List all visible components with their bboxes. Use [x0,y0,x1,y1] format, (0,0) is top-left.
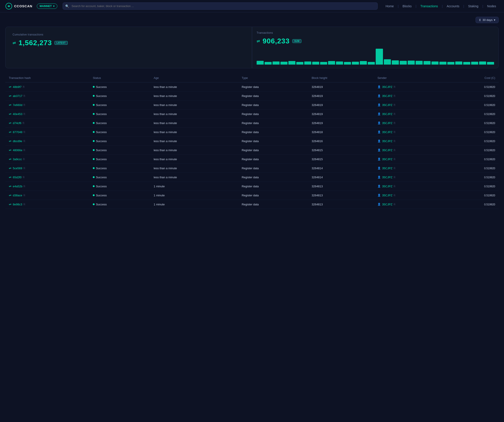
status-cell: Success [89,83,150,91]
copy-icon[interactable]: ⎘ [23,158,25,161]
copy-icon[interactable]: ⎘ [24,112,25,115]
block-cell: 3264818 [308,128,374,137]
sender-link[interactable]: 35CJPZ [382,103,392,107]
sender-link[interactable]: 35CJPZ [382,185,392,188]
sender-cell: 👤 35CJPZ ⎘ [374,182,446,191]
sender-link[interactable]: 35CJPZ [382,85,392,89]
user-icon: 👤 [378,112,381,115]
tx-arrow-icon: ⇌ [9,193,12,197]
copy-icon[interactable]: ⎘ [23,176,24,179]
copy-icon[interactable]: ⎘ [24,103,25,107]
copy-sender-icon[interactable]: ⎘ [394,158,395,161]
sender-link[interactable]: 35CJPZ [382,94,392,98]
copy-sender-icon[interactable]: ⎘ [394,139,395,143]
sender-link[interactable]: 35CJPZ [382,176,392,179]
chart-header: Transactions ⇌ 906,233 SUM [257,31,494,45]
nav-home[interactable]: Home [383,4,396,9]
network-button[interactable]: MAINNET ▾ [37,4,57,9]
copy-icon[interactable]: ⎘ [24,94,25,97]
tx-hash-link[interactable]: 65d2f0 [13,176,22,179]
copy-icon[interactable]: ⎘ [24,185,25,188]
sender-link[interactable]: 35CJPZ [382,149,392,152]
tx-hash-link[interactable]: e4a52b [13,185,22,188]
table-header: Transaction hash Status Age Type Block h… [5,74,499,83]
sender-cell: 👤 35CJPZ ⎘ [374,91,446,101]
copy-sender-icon[interactable]: ⎘ [394,85,395,88]
copy-sender-icon[interactable]: ⎘ [394,194,395,197]
status-text: Success [96,131,107,134]
chart-bar [384,59,391,65]
sender-link[interactable]: 35CJPZ [382,166,392,170]
tx-hash-link[interactable]: 877048 [13,131,22,134]
copy-icon[interactable]: ⎘ [23,121,24,125]
nav-nodes[interactable]: Nodes [485,4,499,9]
cost-cell: 0.519920 [446,155,499,164]
tx-hash-link[interactable]: 7e660d [13,103,22,107]
block-cell: 3264819 [308,110,374,119]
sender-link[interactable]: 35CJPZ [382,158,392,161]
nav-staking[interactable]: Staking [465,4,481,9]
copy-sender-icon[interactable]: ⎘ [394,203,395,206]
status-text: Success [96,112,107,116]
nav-blocks[interactable]: Blocks [400,4,414,9]
tx-hash-link[interactable]: 40e453 [13,112,22,116]
sender-link[interactable]: 35CJPZ [382,139,392,143]
sender-link[interactable]: 35CJPZ [382,131,392,134]
sender-link[interactable]: 35CJPZ [382,121,392,125]
chart-bar [416,61,423,65]
chart-bar [479,61,486,65]
tx-hash-link[interactable]: ab3717 [13,94,22,98]
transactions-table-wrap: Transaction hash Status Age Type Block h… [5,74,499,209]
stats-row: Cumulative transactions ⇌ 1,562,273 LATE… [5,27,499,68]
sender-link[interactable]: 35CJPZ [382,194,392,197]
tx-hash-link[interactable]: 48b9f7 [13,85,22,89]
tx-hash-link[interactable]: d38ace [13,194,22,197]
user-icon: 👤 [378,131,381,134]
copy-sender-icon[interactable]: ⎘ [394,185,395,188]
copy-sender-icon[interactable]: ⎘ [394,176,395,179]
type-cell: Register data [238,173,308,182]
sender-cell: 👤 35CJPZ ⎘ [374,164,446,173]
block-cell: 3264814 [308,173,374,182]
copy-icon[interactable]: ⎘ [23,85,24,88]
nav-accounts[interactable]: Accounts [444,4,462,9]
search-input[interactable] [63,2,378,10]
table-row: ⇌ 7e660d ⎘ Success less than a minute Re… [5,101,499,110]
copy-icon[interactable]: ⎘ [24,194,25,197]
type-cell: Register data [238,155,308,164]
chart-bar [320,62,327,65]
copy-sender-icon[interactable]: ⎘ [394,94,395,97]
copy-icon[interactable]: ⎘ [24,131,25,134]
copy-sender-icon[interactable]: ⎘ [394,166,395,170]
copy-sender-icon[interactable]: ⎘ [394,131,395,134]
tx-hash-link[interactable]: 48066e [13,149,22,152]
nav-transactions[interactable]: Transactions [418,4,441,9]
tx-hash-link[interactable]: 8e98c3 [13,203,22,206]
age-cell: 1 minute [150,191,238,200]
copy-sender-icon[interactable]: ⎘ [394,112,395,115]
chart-bar [281,62,288,65]
filter-icon: ⊻ [479,18,481,22]
type-cell: Register data [238,164,308,173]
copy-icon[interactable]: ⎘ [24,166,25,170]
tx-hash-link[interactable]: d74cf6 [13,121,21,125]
user-icon: 👤 [378,185,381,188]
copy-sender-icon[interactable]: ⎘ [394,103,395,107]
tx-hash-link[interactable]: 5ce569 [13,166,22,170]
tx-hash-link[interactable]: dbcd9e [13,139,22,143]
copy-sender-icon[interactable]: ⎘ [394,149,395,152]
copy-icon[interactable]: ⎘ [24,149,25,152]
cost-value: 0.519920 [484,149,495,152]
tx-hash-link[interactable]: 3a9ccc [13,158,22,161]
cost-value: 0.519920 [484,85,495,89]
copy-icon[interactable]: ⎘ [24,203,25,206]
copy-sender-icon[interactable]: ⎘ [394,121,395,125]
sender-link[interactable]: 35CJPZ [382,203,392,206]
date-filter-button[interactable]: ⊻ 30 days ▾ [475,17,499,23]
table-row: ⇌ ab3717 ⎘ Success less than a minute Re… [5,91,499,101]
chart-bar [288,61,295,65]
sender-link[interactable]: 35CJPZ [382,112,392,116]
tx-hash-cell: ⇌ 7e660d ⎘ [5,101,89,110]
copy-icon[interactable]: ⎘ [24,139,25,143]
chart-bar [344,62,351,65]
